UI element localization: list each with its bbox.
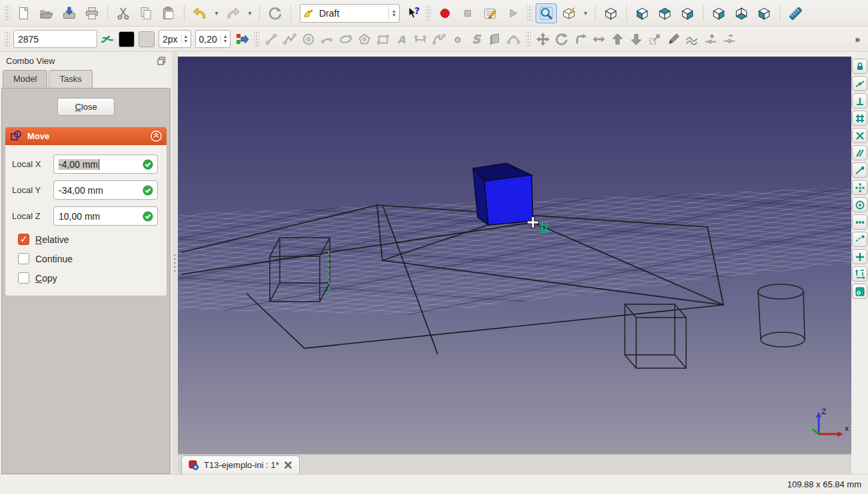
draft-dimension-button[interactable] bbox=[412, 30, 429, 49]
continue-checkbox[interactable] bbox=[18, 253, 29, 264]
macro-stop-button[interactable] bbox=[457, 3, 478, 23]
copy-checkbox[interactable] bbox=[18, 272, 29, 284]
local-y-input[interactable]: -34,00 mm bbox=[53, 180, 158, 200]
line-width-arrows[interactable]: ▲▼ bbox=[181, 35, 191, 43]
view-front-button[interactable] bbox=[632, 3, 653, 23]
toolbar-handle[interactable] bbox=[527, 6, 532, 21]
relative-checkbox[interactable] bbox=[18, 234, 29, 245]
text-scale-arrows[interactable]: ▲▼ bbox=[220, 35, 230, 43]
draft-command-input[interactable] bbox=[13, 30, 97, 48]
snap-center-button[interactable] bbox=[852, 197, 867, 212]
draft-facebinder-button[interactable] bbox=[486, 30, 504, 49]
tab-model[interactable]: Model bbox=[3, 70, 47, 88]
draft-offset-button[interactable] bbox=[572, 30, 589, 49]
draft-line-button[interactable] bbox=[262, 30, 280, 49]
snap-lock-button[interactable] bbox=[852, 59, 867, 74]
redo-button[interactable] bbox=[222, 3, 244, 23]
toolbar-handle[interactable] bbox=[5, 32, 10, 47]
3d-scene[interactable]: Z x bbox=[178, 57, 851, 454]
draft-point-button[interactable] bbox=[449, 30, 466, 49]
save-document-button[interactable] bbox=[59, 3, 80, 23]
snap-special-button[interactable] bbox=[852, 180, 867, 195]
snap-working-plane-button[interactable] bbox=[852, 284, 867, 299]
document-tab[interactable]: T13-ejemplo-ini : 1* bbox=[181, 455, 300, 474]
undo-button[interactable] bbox=[189, 3, 211, 23]
draft-bspline-button[interactable] bbox=[430, 30, 448, 49]
view-axonometric-button[interactable] bbox=[600, 3, 622, 23]
refresh-button[interactable] bbox=[264, 3, 286, 23]
draft-trimex-button[interactable] bbox=[590, 30, 608, 49]
draft-polygon-button[interactable] bbox=[356, 30, 373, 49]
view-right-button[interactable] bbox=[677, 3, 698, 23]
float-panel-icon[interactable] bbox=[157, 57, 166, 65]
local-x-input[interactable]: -4,00 mm bbox=[53, 154, 158, 174]
view-bottom-button[interactable] bbox=[731, 3, 752, 23]
draft-text-button[interactable]: A bbox=[393, 30, 410, 49]
text-scale-spinbox[interactable]: 0,20 ▲▼ bbox=[195, 30, 230, 48]
draft-remove-point-button[interactable] bbox=[721, 30, 738, 49]
face-color-button[interactable] bbox=[139, 31, 155, 47]
snap-endpoint-button[interactable] bbox=[852, 162, 867, 178]
snap-midpoint-button[interactable] bbox=[852, 76, 867, 91]
draft-rectangle-button[interactable] bbox=[374, 30, 392, 49]
draft-downgrade-button[interactable] bbox=[628, 30, 645, 49]
print-button[interactable] bbox=[81, 3, 103, 23]
macro-edit-button[interactable] bbox=[480, 3, 501, 23]
toggle-construction-mode-button[interactable] bbox=[99, 30, 116, 49]
draft-polyline-button[interactable] bbox=[281, 30, 298, 49]
snap-grid-button[interactable] bbox=[852, 111, 867, 126]
toolbar-handle[interactable] bbox=[426, 6, 431, 21]
snap-dimensions-button[interactable] bbox=[852, 266, 867, 282]
snap-perpendicular-button[interactable] bbox=[852, 93, 867, 109]
draft-edit-button[interactable] bbox=[665, 30, 682, 49]
tab-tasks[interactable]: Tasks bbox=[49, 70, 92, 88]
apply-style-button[interactable] bbox=[233, 30, 250, 49]
draft-arc-button[interactable] bbox=[318, 30, 336, 49]
open-document-button[interactable] bbox=[36, 3, 57, 23]
undo-menu-button[interactable]: ▾ bbox=[212, 3, 221, 23]
collapse-task-icon[interactable] bbox=[151, 130, 162, 142]
snap-extension-button[interactable] bbox=[852, 232, 867, 247]
paste-button[interactable] bbox=[158, 3, 179, 23]
snap-intersection-button[interactable] bbox=[852, 128, 867, 143]
measure-distance-button[interactable] bbox=[785, 3, 806, 23]
new-document-button[interactable] bbox=[13, 3, 35, 23]
toolbar-handle[interactable] bbox=[5, 6, 10, 21]
move-task-header[interactable]: Move bbox=[5, 127, 167, 145]
draft-bezier-button[interactable] bbox=[505, 30, 522, 49]
toolbar-handle[interactable] bbox=[526, 32, 531, 47]
cut-button[interactable] bbox=[113, 3, 134, 23]
draft-move-button[interactable] bbox=[534, 30, 552, 49]
whats-this-button[interactable]: ? bbox=[405, 4, 422, 23]
snap-near-button[interactable] bbox=[852, 214, 867, 230]
draft-edit-menu-button[interactable]: ▾ bbox=[581, 3, 590, 23]
close-tab-icon[interactable] bbox=[284, 461, 292, 469]
draft-wire-to-bspline-button[interactable] bbox=[683, 30, 701, 49]
draft-edit-mode-button[interactable] bbox=[558, 3, 580, 23]
view-left-button[interactable] bbox=[753, 3, 775, 23]
draft-shapestring-button[interactable]: S bbox=[468, 30, 485, 49]
copy-button[interactable] bbox=[135, 3, 157, 23]
view-rear-button[interactable] bbox=[708, 3, 729, 23]
line-width-spinbox[interactable]: 2px ▲▼ bbox=[159, 30, 191, 48]
zoom-region-button[interactable] bbox=[536, 3, 557, 23]
macro-record-button[interactable] bbox=[434, 3, 456, 23]
3d-view[interactable]: Z x bbox=[178, 57, 851, 454]
local-z-input[interactable]: 10,00 mm bbox=[53, 206, 158, 226]
draft-ellipse-button[interactable] bbox=[337, 30, 354, 49]
toolbar-handle[interactable] bbox=[254, 32, 259, 47]
snap-ortho-button[interactable] bbox=[852, 249, 867, 264]
draft-scale-button[interactable] bbox=[646, 30, 663, 49]
panel-splitter[interactable] bbox=[172, 52, 178, 474]
snap-parallel-button[interactable] bbox=[852, 145, 867, 160]
workbench-selector[interactable]: Draft ▲▼ bbox=[300, 4, 400, 23]
draft-add-point-button[interactable] bbox=[702, 30, 719, 49]
draft-circle-button[interactable] bbox=[300, 30, 317, 49]
draft-rotate-button[interactable] bbox=[553, 30, 570, 49]
redo-menu-button[interactable]: ▾ bbox=[245, 3, 254, 23]
workbench-selector-arrows[interactable]: ▲▼ bbox=[388, 6, 396, 21]
blue-cube[interactable] bbox=[473, 163, 533, 225]
close-task-button[interactable]: Close bbox=[57, 98, 115, 116]
view-top-button[interactable] bbox=[654, 3, 675, 23]
macro-play-button[interactable] bbox=[502, 3, 524, 23]
